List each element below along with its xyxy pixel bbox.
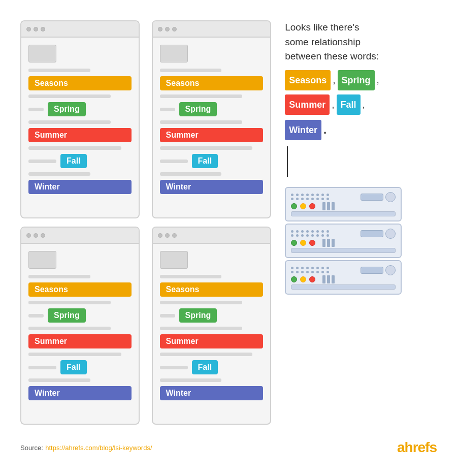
line-9 — [160, 94, 242, 98]
row-fall-3: Fall — [28, 360, 132, 374]
tiny-dot — [301, 234, 304, 237]
inline-winter: Winter — [285, 120, 321, 140]
tiny-dot — [296, 230, 299, 233]
line-3 — [28, 108, 44, 111]
server-bar-2 — [327, 202, 330, 210]
line-5 — [28, 146, 121, 150]
server-dots-grid-1 — [291, 194, 330, 200]
ahrefs-logo: ahrefs — [397, 439, 437, 456]
fall-tag-1: Fall — [60, 154, 87, 168]
tiny-dot — [321, 198, 324, 200]
comma1: , — [333, 71, 335, 90]
inline-seasons: Seasons — [285, 70, 331, 90]
seasons-tag-2: Seasons — [160, 76, 263, 90]
desc-line1: Looks like there's — [285, 22, 359, 33]
spring-tag-2: Spring — [179, 102, 217, 116]
line-14 — [160, 172, 222, 176]
server-led-red-3 — [309, 276, 315, 282]
server-row-2a — [291, 229, 396, 239]
dot-4 — [158, 27, 162, 31]
server-bar-7 — [322, 275, 325, 283]
server-led-yellow-2 — [300, 240, 306, 246]
browser-content-2: Seasons Spring Summer Fall Winter — [153, 38, 270, 201]
source-link[interactable]: https://ahrefs.com/blog/lsi-keywords/ — [45, 444, 152, 452]
line-28 — [160, 378, 222, 382]
winter-tag-3: Winter — [28, 386, 132, 400]
server-bar-4 — [322, 239, 325, 247]
server-stack — [285, 187, 437, 295]
dot-1 — [26, 27, 31, 31]
line-10 — [160, 108, 175, 111]
placeholder-img-1 — [28, 45, 56, 62]
source-section: Source: https://ahrefs.com/blog/lsi-keyw… — [20, 443, 152, 452]
spring-tag-3: Spring — [48, 308, 86, 323]
tiny-dot — [321, 234, 324, 237]
dot-5 — [165, 27, 170, 31]
placeholder-img-4 — [160, 251, 188, 269]
line-23 — [160, 301, 242, 304]
tiny-dot — [291, 267, 293, 269]
inline-spring: Spring — [338, 70, 375, 90]
top-section: Seasons Spring Summer Fall Winter — [20, 20, 437, 425]
description-text: Looks like there's some relationship bet… — [285, 20, 437, 64]
server-led-green-1 — [291, 203, 297, 209]
dot-8 — [34, 233, 38, 238]
browser-titlebar-4 — [153, 228, 270, 244]
server-row-1a — [291, 192, 396, 202]
server-btn-rect-2 — [361, 230, 383, 237]
server-unit-1 — [285, 187, 402, 221]
tiny-dot — [291, 198, 293, 200]
tiny-dot — [316, 230, 319, 233]
browser-content-4: Seasons Spring Summer Fall Winter — [153, 244, 270, 407]
browser-titlebar-3 — [21, 228, 139, 244]
spring-tag-1: Spring — [48, 102, 86, 116]
line-12 — [160, 146, 253, 150]
tiny-dot — [301, 198, 304, 200]
line-7 — [28, 172, 90, 176]
line-1 — [28, 69, 90, 72]
dot-10 — [158, 233, 162, 238]
dot-3 — [41, 27, 45, 31]
tiny-dot — [306, 234, 309, 237]
tiny-dot — [296, 198, 299, 200]
dot-6 — [172, 27, 177, 31]
row-fall-2: Fall — [160, 154, 263, 168]
server-dots-grid-2 — [291, 230, 330, 237]
winter-tag-2: Winter — [160, 180, 263, 194]
tiny-dot — [291, 234, 293, 237]
fall-tag-4: Fall — [192, 360, 218, 374]
inline-tags-row: Seasons , Spring , Summer , Fall , Winte… — [285, 70, 437, 141]
tiny-dot — [301, 194, 304, 196]
line-6 — [28, 160, 56, 163]
browser-titlebar-2 — [153, 21, 270, 38]
line-16 — [28, 301, 111, 304]
line-20 — [28, 366, 56, 369]
server-circle-btn-1 — [385, 192, 396, 202]
tiny-dot — [291, 271, 293, 273]
line-21 — [28, 378, 90, 382]
line-24 — [160, 314, 175, 318]
dot-9 — [41, 233, 45, 238]
row-spring-2: Spring — [160, 102, 263, 116]
server-bar-5 — [327, 239, 330, 247]
fall-tag-2: Fall — [192, 154, 218, 168]
row-fall-1: Fall — [28, 154, 132, 168]
server-led-red-2 — [309, 240, 315, 246]
server-bar-9 — [332, 275, 335, 283]
browser-window-4: Seasons Spring Summer Fall Winter — [152, 227, 271, 425]
tiny-dot — [321, 194, 324, 196]
line-18 — [28, 327, 111, 330]
server-dots-grid-3 — [291, 267, 330, 273]
placeholder-img-2 — [160, 45, 188, 62]
tiny-dot — [321, 267, 324, 269]
line-8 — [160, 69, 222, 72]
server-circle-btn-3 — [385, 265, 396, 275]
server-bar-1 — [322, 202, 325, 210]
tiny-dot — [327, 234, 329, 237]
tiny-dot — [296, 271, 299, 273]
tiny-dot — [301, 230, 304, 233]
comma3: , — [332, 95, 334, 114]
spring-tag-4: Spring — [179, 308, 217, 323]
tiny-dot — [296, 194, 299, 196]
tiny-dot — [311, 198, 314, 200]
